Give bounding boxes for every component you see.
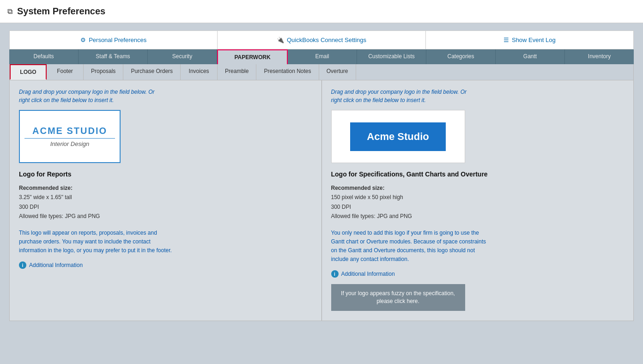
nav-tab-inventory[interactable]: Inventory <box>565 49 634 64</box>
right-instruction-text: Drag and drop your company logo in the f… <box>331 88 479 104</box>
fuzzy-logo-button[interactable]: If your logo appears fuzzy on the specif… <box>331 284 465 311</box>
right-section-title: Logo for Specifications, Gantt Charts an… <box>331 170 625 178</box>
right-rec-size-label: Recommended size: <box>331 185 385 191</box>
nav-tab-paperwork[interactable]: PAPERWORK <box>217 49 288 64</box>
right-additional-info-label: Additional Information <box>341 271 395 277</box>
left-rec-size: Recommended size: 3.25" wide x 1.65" tal… <box>19 183 312 221</box>
main-container: ⚙ Personal Preferences 🔌 QuickBooks Conn… <box>0 23 643 328</box>
acme-studio-logo-display: Acme Studio <box>350 122 445 151</box>
top-header: ⧉ System Preferences <box>0 0 643 23</box>
logo-right-panel: Drag and drop your company logo in the f… <box>322 80 634 321</box>
sub-tab-footer[interactable]: Footer <box>47 64 84 80</box>
external-link-icon[interactable]: ⧉ <box>7 7 12 16</box>
nav-tab-security[interactable]: Security <box>148 49 217 64</box>
company-name-display: ACME STUDIO <box>24 126 115 139</box>
tab-quickbooks[interactable]: 🔌 QuickBooks Connect Settings <box>218 31 425 49</box>
left-instruction-text: Drag and drop your company logo in the f… <box>19 88 167 104</box>
sub-tab-proposals[interactable]: Proposals <box>84 64 123 80</box>
tab-event-log[interactable]: ☰ Show Event Log <box>426 31 633 49</box>
right-rec-size-line3: Allowed file types: JPG and PNG <box>331 213 412 219</box>
left-rec-size-line2: 300 DPI <box>19 204 39 210</box>
sub-tab-purchase-orders[interactable]: Purchase Orders <box>123 64 181 80</box>
nav-tab-categories[interactable]: Categories <box>426 49 496 64</box>
right-rec-size-line1: 150 pixel wide x 50 pixel high <box>331 194 403 200</box>
sub-tab-preamble[interactable]: Preamble <box>218 64 256 80</box>
left-section-title: Logo for Reports <box>19 170 312 178</box>
info-icon-right: i <box>331 270 339 278</box>
tab-personal-label: Personal Preferences <box>89 36 146 43</box>
content-panel: LOGO Footer Proposals Purchase Orders In… <box>9 64 634 321</box>
sub-tab-logo[interactable]: LOGO <box>10 64 47 80</box>
nav-tab-defaults[interactable]: Defaults <box>9 49 79 64</box>
logo-drop-zone-reports[interactable]: ACME STUDIO Interior Design <box>19 110 121 163</box>
sub-tab-overture[interactable]: Overture <box>319 64 356 80</box>
info-icon-left: i <box>19 261 26 269</box>
logo-content-area: Drag and drop your company logo in the f… <box>10 80 633 321</box>
nav-tab-email[interactable]: Email <box>288 49 357 64</box>
plug-icon: 🔌 <box>277 36 284 43</box>
left-additional-info[interactable]: i Additional Information <box>19 261 312 269</box>
nav-tab-staff[interactable]: Staff & Teams <box>79 49 148 64</box>
tab-quickbooks-label: QuickBooks Connect Settings <box>287 36 366 43</box>
left-additional-info-label: Additional Information <box>29 262 83 268</box>
left-rec-size-label: Recommended size: <box>19 185 73 191</box>
tab-eventlog-label: Show Event Log <box>512 36 556 43</box>
left-logo-description: This logo will appear on reports, propos… <box>19 229 176 255</box>
right-rec-size-line2: 300 DPI <box>331 204 351 210</box>
nav-tabs-bar: Defaults Staff & Teams Security PAPERWOR… <box>9 49 634 64</box>
left-rec-size-line3: Allowed file types: JPG and PNG <box>19 213 100 219</box>
right-additional-info[interactable]: i Additional Information <box>331 270 625 278</box>
gear-icon: ⚙ <box>80 36 86 43</box>
sub-tab-invoices[interactable]: Invoices <box>181 64 218 80</box>
nav-tab-gantt[interactable]: Gantt <box>496 49 565 64</box>
page-title: System Preferences <box>17 6 105 17</box>
right-rec-size: Recommended size: 150 pixel wide x 50 pi… <box>331 183 625 221</box>
pref-tabs-bar: ⚙ Personal Preferences 🔌 QuickBooks Conn… <box>9 30 634 49</box>
sub-tab-presentation-notes[interactable]: Presentation Notes <box>256 64 319 80</box>
sub-tabs-bar: LOGO Footer Proposals Purchase Orders In… <box>10 64 633 80</box>
logo-drop-zone-specs[interactable]: Acme Studio <box>331 110 465 163</box>
logo-left-panel: Drag and drop your company logo in the f… <box>10 80 322 321</box>
left-rec-size-line1: 3.25" wide x 1.65" tall <box>19 194 72 200</box>
list-icon: ☰ <box>503 36 509 43</box>
nav-tab-customizable[interactable]: Customizable Lists <box>357 49 426 64</box>
right-logo-description: You only need to add this logo if your f… <box>331 229 488 264</box>
tab-personal-preferences[interactable]: ⚙ Personal Preferences <box>10 31 218 49</box>
company-tagline-display: Interior Design <box>50 140 90 147</box>
